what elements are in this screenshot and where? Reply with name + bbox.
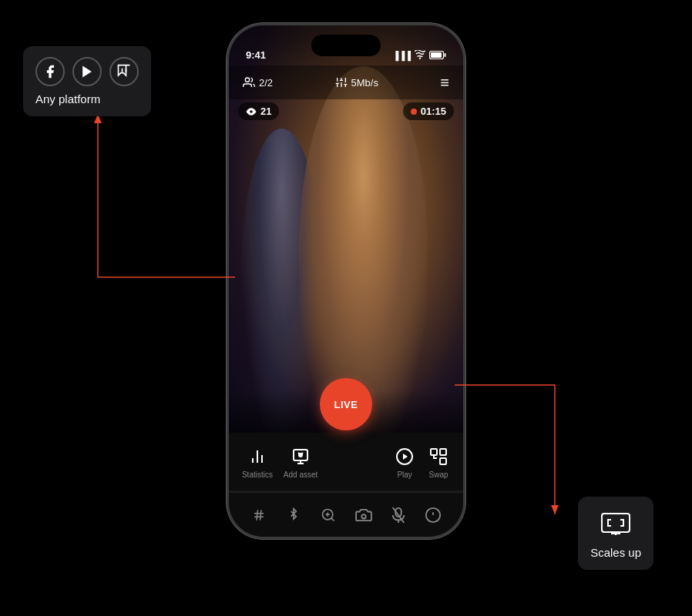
status-time: 9:41 [246,49,266,61]
rec-dot [411,109,417,115]
swap-label: Swap [428,470,448,479]
users-count: 2/2 [259,77,273,89]
more-icon[interactable] [421,503,445,527]
any-platform-label: Any platform [35,92,100,105]
svg-marker-6 [82,66,92,78]
zoom-icon[interactable] [316,503,341,527]
bitrate-value: 5Mb/s [351,77,378,89]
header-left: 2/2 [243,76,273,89]
viewers-badge: 21 [238,102,279,120]
add-asset-label: Add asset [284,470,317,479]
svg-point-10 [419,58,421,59]
svg-line-36 [331,517,334,521]
platform-icons-row [35,57,139,86]
statistics-label: Statistics [242,470,273,479]
svg-rect-12 [445,53,446,57]
play-label: Play [397,470,412,479]
mic-mute-icon[interactable] [386,503,411,527]
scales-up-icon-box [599,507,633,541]
camera-flip-icon[interactable] [351,503,376,527]
timer-badge: 01:15 [403,102,454,120]
toolbar-play[interactable]: Play [393,445,416,479]
svg-point-39 [361,514,365,518]
twitch-icon [109,57,139,86]
toolbar-swap[interactable]: Swap [427,445,450,479]
bottom-toolbar: Statistics Add asset [229,433,463,490]
toolbar-statistics[interactable]: Statistics [242,445,273,479]
mini-toolbar [229,492,463,537]
signal-icon: ▐▐▐ [393,51,411,60]
timer-value: 01:15 [421,105,446,117]
app-header: 2/2 5Mb/s ≡ [229,65,463,99]
statistics-icon [246,445,269,468]
bluetooth-icon[interactable] [281,503,306,527]
scales-up-label: Scales up [590,546,641,559]
eye-icon [246,106,257,117]
toolbar-add-asset[interactable]: Add asset [284,445,317,479]
live-button[interactable]: LIVE [320,378,372,430]
svg-point-14 [245,78,249,82]
menu-icon[interactable]: ≡ [440,74,449,92]
wifi-icon [415,50,425,61]
hashtag-icon[interactable] [247,503,271,527]
battery-icon [429,51,446,61]
viewers-count: 21 [260,105,271,117]
add-asset-icon [289,445,312,468]
header-center: 5Mb/s [335,76,378,89]
bitrate-icon [335,76,348,89]
users-icon [243,76,255,89]
svg-line-34 [260,510,261,521]
youtube-icon [72,57,102,86]
svg-marker-27 [403,454,408,460]
svg-rect-29 [440,449,446,455]
status-icons: ▐▐▐ [393,50,446,61]
svg-line-33 [257,510,258,521]
scales-up-tooltip: Scales up [578,497,653,570]
svg-point-9 [250,110,253,113]
screen-scale-icon [600,512,631,537]
play-icon [393,445,416,468]
svg-rect-30 [440,458,446,464]
live-label: LIVE [334,399,358,410]
phone-frame: 21 01:15 9:41 ▐▐▐ [227,23,465,539]
header-right: ≡ [440,74,449,92]
svg-rect-46 [602,514,630,532]
swap-icon [427,445,450,468]
svg-marker-5 [551,505,559,514]
svg-rect-13 [431,52,442,58]
dynamic-island [311,35,381,56]
facebook-icon [35,57,65,86]
any-platform-tooltip: Any platform [23,46,151,116]
svg-rect-28 [431,449,437,455]
